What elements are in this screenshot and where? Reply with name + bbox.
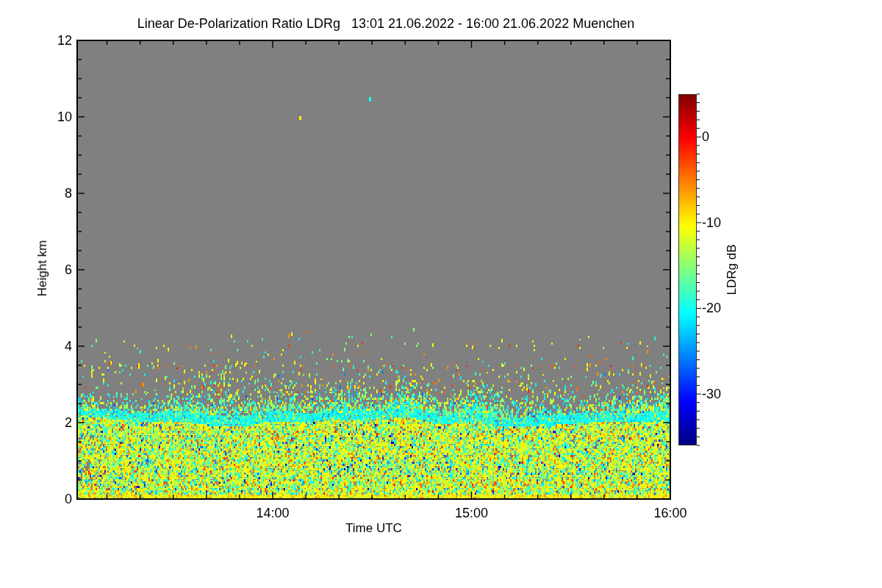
colorbar-tick-label: -10: [702, 215, 721, 230]
y-tick-label: 6: [37, 262, 72, 278]
y-tick-label: 2: [37, 415, 72, 431]
colorbar-tick-label: 0: [702, 129, 709, 145]
x-axis-label: Time UTC: [77, 521, 670, 536]
y-tick-label: 4: [37, 339, 72, 354]
chart-title: Linear De-Polarization Ratio LDRg 13:01 …: [77, 16, 695, 32]
x-tick-label: 14:00: [256, 506, 289, 521]
ldr-time-height-chart: Linear De-Polarization Ratio LDRg 13:01 …: [0, 0, 882, 588]
colorbar-tick-label: -30: [702, 387, 721, 402]
colorbar-tick-label: -20: [702, 301, 721, 316]
x-tick-label: 15:00: [455, 506, 488, 521]
y-tick-label: 0: [37, 492, 72, 507]
x-tick-label: 16:00: [653, 506, 686, 521]
colorbar-label: LDRg dB: [725, 245, 739, 295]
y-tick-label: 12: [37, 33, 72, 49]
heatmap-canvas: [0, 0, 882, 588]
y-tick-label: 8: [37, 186, 72, 201]
y-tick-label: 10: [37, 110, 72, 125]
